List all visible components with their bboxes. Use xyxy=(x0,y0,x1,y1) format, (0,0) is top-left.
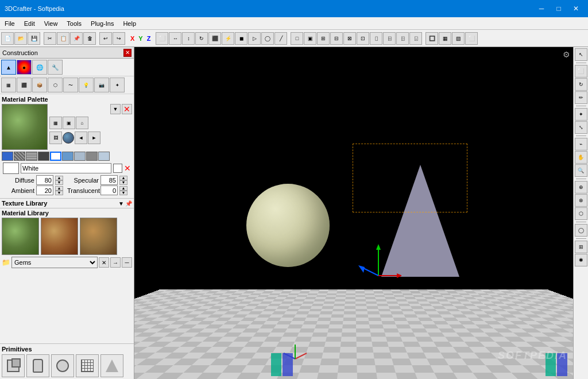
panel-btn-arrow[interactable]: ▲ xyxy=(1,60,16,75)
toolbar-redo[interactable]: ↪ xyxy=(113,32,125,45)
toolbar-cut[interactable]: ✂ xyxy=(44,32,56,45)
construction-close-button[interactable]: ✕ xyxy=(123,49,131,57)
diffuse-up[interactable]: ▲ xyxy=(55,176,63,180)
toolbar-btn10[interactable]: ╱ xyxy=(274,32,287,45)
primitive-cone[interactable] xyxy=(100,354,123,377)
translucent-down[interactable]: ▼ xyxy=(119,191,127,195)
material-preview[interactable] xyxy=(2,104,48,150)
primitive-sphere[interactable] xyxy=(51,354,74,377)
toolbar-btn17[interactable]: ⌷ xyxy=(370,32,382,45)
color-clear-icon[interactable]: ✕ xyxy=(124,164,131,173)
toolbar-btn8[interactable]: ▷ xyxy=(248,32,261,45)
rt-orbit[interactable]: ↻ xyxy=(575,78,587,91)
toolbar-btn23[interactable]: ▧ xyxy=(452,32,465,45)
toolbar-btn6[interactable]: ⚡ xyxy=(222,32,234,45)
swatch-white[interactable] xyxy=(50,152,61,161)
toolbar-btn13[interactable]: ⊞ xyxy=(317,32,330,45)
menu-file[interactable]: File xyxy=(0,17,20,29)
rt-btn-c[interactable]: ⬡ xyxy=(575,207,587,220)
material-texture-btn[interactable]: 🖼 xyxy=(49,132,62,144)
toolbar-btn7[interactable]: ◼ xyxy=(235,32,247,45)
swatch-gray[interactable] xyxy=(86,152,98,161)
toolbar-open[interactable]: 📂 xyxy=(14,32,27,45)
toolbar-btn22[interactable]: ▦ xyxy=(439,32,451,45)
diffuse-input[interactable] xyxy=(36,175,53,185)
menu-tools[interactable]: Tools xyxy=(62,17,86,29)
color-swatch-white[interactable] xyxy=(113,164,122,173)
rt-scale[interactable]: ⤡ xyxy=(575,121,587,134)
primitive-lattice[interactable] xyxy=(76,354,99,377)
toolbar-btn9[interactable]: ◯ xyxy=(261,32,274,45)
panel-btn-cube2[interactable]: 📦 xyxy=(32,78,47,92)
primitive-cube[interactable] xyxy=(2,354,25,377)
viewport[interactable]: ⚙ SOFTPEDIA xyxy=(134,47,573,379)
toolbar-paste[interactable]: 📌 xyxy=(70,32,83,45)
panel-btn-world[interactable]: 🌐 xyxy=(32,60,47,75)
rt-btn-e[interactable]: ⊞ xyxy=(575,241,587,253)
toolbar-delete[interactable]: 🗑 xyxy=(83,32,96,45)
panel-btn-2d[interactable]: ▦ xyxy=(1,78,16,92)
translucent-input[interactable] xyxy=(100,185,118,195)
panel-btn-light[interactable]: 💡 xyxy=(79,78,94,92)
rt-btn-d[interactable]: ◯ xyxy=(575,224,587,237)
rt-hand[interactable]: ✋ xyxy=(575,151,587,164)
panel-btn-settings[interactable]: 🔧 xyxy=(48,60,63,75)
menu-edit[interactable]: Edit xyxy=(20,17,40,29)
toolbar-btn16[interactable]: ⊡ xyxy=(357,32,369,45)
rt-wand[interactable]: ⌁ xyxy=(575,138,587,150)
material-minus-btn[interactable]: ─ xyxy=(122,257,132,268)
toolbar-btn21[interactable]: 🔲 xyxy=(425,32,438,45)
viewport-settings-button[interactable]: ⚙ xyxy=(563,50,570,59)
panel-btn-shape[interactable]: ⬡ xyxy=(48,78,63,92)
ambient-up[interactable]: ▲ xyxy=(55,186,63,191)
color-name-input[interactable] xyxy=(21,163,111,173)
material-arrow-left[interactable]: ◄ xyxy=(75,132,87,144)
material-library-select[interactable]: Gems xyxy=(11,257,98,268)
texture-library-pin[interactable]: 📌 xyxy=(125,200,132,207)
material-arrow-right[interactable]: ► xyxy=(88,132,100,144)
toolbar-copy[interactable]: 📋 xyxy=(57,32,69,45)
rt-btn-a[interactable]: ⊕ xyxy=(575,181,587,194)
rt-btn-b[interactable]: ⊗ xyxy=(575,194,587,207)
rt-cursor[interactable]: ↖ xyxy=(575,48,587,61)
toolbar-btn4[interactable]: ↻ xyxy=(195,32,208,45)
rt-move[interactable]: ✦ xyxy=(575,108,587,121)
material-grid-btn-1[interactable]: ▦ xyxy=(49,117,62,129)
toolbar-btn12[interactable]: ▣ xyxy=(304,32,316,45)
menu-view[interactable]: View xyxy=(40,17,63,29)
material-folder-icon[interactable]: 📁 xyxy=(2,258,10,266)
toolbar-undo[interactable]: ↩ xyxy=(99,32,112,45)
material-grid-btn-2[interactable]: ▣ xyxy=(63,117,75,129)
rt-select[interactable]: ⬜ xyxy=(575,65,587,78)
toolbar-btn1[interactable]: ⬜ xyxy=(156,32,168,45)
translucent-up[interactable]: ▲ xyxy=(119,186,127,191)
toolbar-new[interactable]: 📄 xyxy=(1,32,14,45)
menu-plugins[interactable]: Plug-Ins xyxy=(86,17,118,29)
toolbar-btn11[interactable]: □ xyxy=(291,32,303,45)
swatch-blue[interactable] xyxy=(2,152,13,161)
toolbar-btn18[interactable]: ⌸ xyxy=(383,32,396,45)
panel-btn-3d[interactable]: ⬛ xyxy=(17,78,32,92)
specular-down[interactable]: ▼ xyxy=(119,180,127,185)
toolbar-btn15[interactable]: ⊠ xyxy=(343,32,356,45)
swatch-dark-texture[interactable] xyxy=(38,152,49,161)
material-thumb-2[interactable] xyxy=(41,218,78,255)
toolbar-btn5[interactable]: ⬛ xyxy=(208,32,221,45)
specular-up[interactable]: ▲ xyxy=(119,176,127,180)
toolbar-btn3[interactable]: ↕ xyxy=(182,32,195,45)
rt-btn-f[interactable]: ✱ xyxy=(575,254,587,266)
ambient-input[interactable] xyxy=(36,185,53,195)
material-thumb-3[interactable] xyxy=(80,218,117,255)
swatch-texture2[interactable] xyxy=(26,152,37,161)
toolbar-btn19[interactable]: ⌹ xyxy=(396,32,409,45)
ambient-down[interactable]: ▼ xyxy=(55,191,63,195)
toolbar-save[interactable]: 💾 xyxy=(28,32,40,45)
swatch-light[interactable] xyxy=(74,152,86,161)
rt-zoom[interactable]: 🔍 xyxy=(575,164,587,177)
toolbar-btn14[interactable]: ⊟ xyxy=(330,32,343,45)
material-grid-btn-3[interactable]: ⌂ xyxy=(76,117,88,129)
swatch-light2[interactable] xyxy=(98,152,110,161)
swatch-texture1[interactable] xyxy=(14,152,25,161)
close-button[interactable]: ✕ xyxy=(568,3,583,14)
toolbar-btn2[interactable]: ↔ xyxy=(169,32,181,45)
